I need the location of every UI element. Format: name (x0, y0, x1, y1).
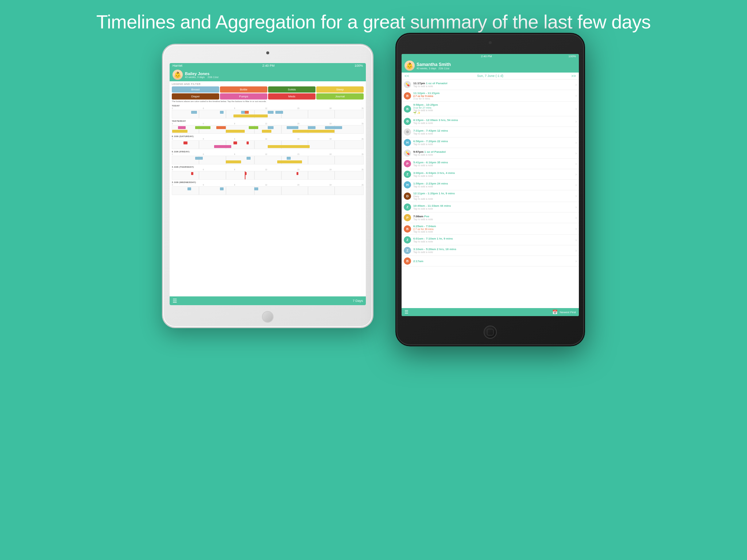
activity-content: 1:59pm - 2:23pm 24 mins Tap to add a not… (413, 182, 573, 188)
header-title: Timelines and Aggregation for a great su… (96, 11, 651, 32)
list-item[interactable]: B 9:58pm - 10:25pm 3 oz for 27 mins Tap … (402, 102, 579, 116)
left-baby-name: Bailey Jones (185, 71, 218, 76)
activity-note: 2.7 oz for 9 mins (413, 95, 573, 97)
day-label-yesterday: YESTERDAY (172, 120, 364, 122)
list-item[interactable]: B 11:12pm - 11:21pm 2.7 oz for 9 mins 3 … (402, 90, 579, 102)
chevron-right-icon: › (576, 141, 577, 145)
list-item[interactable]: Z 10:49am - 11:33am 44 mins Tap to add a… (402, 202, 579, 213)
right-ipad: 2:40 PM 100% 👶 Samantha Smith 40 weeks, … (395, 33, 585, 346)
right-avatar: 👶 (405, 61, 415, 71)
legend-solids[interactable]: Solids (268, 86, 316, 93)
activity-icon-diary: D (404, 192, 411, 200)
activity-icon-sleep4: Z (404, 203, 411, 211)
nav-next[interactable]: >> (571, 74, 576, 78)
chevron-right-icon: › (576, 172, 577, 176)
list-item[interactable]: P 5:41pm - 6:16pm 35 mins Tap to add a n… (402, 159, 579, 169)
left-avatar: 👶 (173, 70, 183, 80)
right-status-bar: 2:40 PM 100% (402, 54, 579, 59)
day-label-3jun: 3 JUN (WEDNESDAY) (172, 181, 364, 183)
activity-note: Tap to add a note (413, 122, 573, 124)
right-screen: 2:40 PM 100% 👶 Samantha Smith 40 weeks, … (402, 54, 579, 316)
list-item[interactable]: Z 3:10am - 5:28am 2 hrs, 18 mins Tap to … (402, 245, 579, 256)
nav-prev[interactable]: << (405, 74, 409, 78)
chevron-right-icon: › (576, 183, 577, 187)
left-baby-details: 40 weeks, 3 days 21lb 11oz (185, 76, 218, 78)
right-menu-icon[interactable]: ☰ (405, 310, 409, 315)
left-days-label: 7 Days (353, 299, 363, 303)
list-item[interactable]: B 6:25am - 7:04am 2.7 oz for 39 mins Tap… (402, 223, 579, 235)
left-home-button[interactable] (262, 311, 274, 323)
legend-diaper[interactable]: Diaper (172, 93, 219, 100)
list-item[interactable]: Z 3:00pm - 6:04pm 3 hrs, 4 mins Tap to a… (402, 169, 579, 180)
list-item[interactable]: 💊 11:17pm 1 oz of Panadol Tap to add a n… (402, 79, 579, 90)
time-markers-yesterday: 36912151821 (172, 122, 364, 125)
activity-content: 7:31pm - 7:43pm 12 mins Tap to add a not… (413, 129, 573, 135)
chevron-right-icon: › (576, 162, 577, 166)
activity-time: 3:00pm - 6:04pm 3 hrs, 4 mins (413, 171, 573, 175)
chevron-right-icon: › (576, 216, 577, 220)
legend-journal[interactable]: Journal (316, 93, 364, 100)
time-markers-6jun: 36912151821 (172, 138, 364, 140)
right-avatar-image: 👶 (405, 61, 415, 71)
chevron-right-icon: › (576, 94, 577, 98)
chevron-right-icon: › (576, 120, 577, 124)
list-item[interactable]: B 2:17am › (402, 256, 579, 267)
chevron-right-icon: › (576, 259, 577, 263)
timeline-bars-4jun (172, 171, 364, 180)
activity-time: 6:01am - 7:10am 1 hr, 9 mins (413, 237, 573, 240)
time-markers-today: 36912151821 (172, 107, 364, 109)
right-home-btn-inner (487, 329, 494, 335)
activity-icon-meds: 💊 (404, 81, 411, 88)
legend-pumps[interactable]: Pumps (220, 93, 267, 100)
activity-time: 8:15pm - 12:09am 3 hrs, 54 mins (413, 118, 573, 122)
activity-time: 3:10am - 5:28am 2 hrs, 18 mins (413, 248, 573, 251)
activity-time: 5:41pm - 6:16pm 35 mins (413, 161, 573, 164)
activity-time: 11:12pm - 11:21pm (413, 92, 573, 95)
timeline-yesterday: YESTERDAY 36912151821 (172, 120, 364, 134)
chevron-right-icon: › (576, 194, 577, 198)
activity-icon-bottle: B (404, 92, 411, 100)
day-label-6jun: 6 JUN (SATURDAY) (172, 135, 364, 137)
left-menu-icon[interactable]: ☰ (173, 298, 177, 304)
left-status-bar: Harriet 2:40 PM 100% (170, 63, 366, 68)
chevron-right-icon: › (576, 130, 577, 134)
activity-icon-pee: P (404, 214, 411, 221)
activity-icon-sleep6: Z (404, 247, 411, 254)
right-camera (489, 41, 492, 44)
left-carrier: Harriet (173, 64, 182, 67)
right-calendar-icon[interactable]: 📅 (552, 310, 558, 315)
activity-note: Tap to add a note (413, 251, 573, 253)
right-baby-details: 40 weeks, 3 days 21lb 11oz (417, 67, 576, 70)
chevron-right-icon: › (576, 83, 577, 87)
legend-title: LEGEND AND FILTER (172, 83, 364, 85)
list-item[interactable]: ⚙ 8:15pm - 12:09am 3 hrs, 54 mins Tap to… (402, 116, 579, 127)
list-item[interactable]: P 7:08am Pee Tap to add a note › (402, 213, 579, 223)
activity-content: 12:11pm - 1:20pm 1 hr, 9 mins Diary Tap … (413, 192, 573, 200)
legend-meds[interactable]: Meds (268, 93, 316, 100)
list-item[interactable]: ⚙ 7:31pm - 7:43pm 12 mins Tap to add a n… (402, 127, 579, 137)
activity-icon-sleep5: Z (404, 236, 411, 244)
activity-time: 5:57pm 1 oz of Panadol (413, 150, 573, 153)
list-item[interactable]: D 12:11pm - 1:20pm 1 hr, 9 mins Diary Ta… (402, 190, 579, 202)
activity-list: 💊 11:17pm 1 oz of Panadol Tap to add a n… (402, 79, 579, 308)
activity-note: 3 oz for 27 mins (413, 106, 573, 109)
list-item[interactable]: H 6:58pm - 7:20pm 22 mins Tap to add a n… (402, 137, 579, 148)
left-camera (266, 51, 269, 54)
day-label-today: TODAY (172, 105, 364, 107)
list-item[interactable]: H 1:59pm - 2:23pm 24 mins Tap to add a n… (402, 180, 579, 190)
legend-breast[interactable]: Breast (172, 86, 219, 93)
activity-content: 5:41pm - 6:16pm 35 mins Tap to add a not… (413, 161, 573, 167)
right-bottom-bar: ☰ 📅 Newest First (402, 308, 579, 316)
activity-note: Tap to add a note (413, 185, 573, 188)
day-label-4jun: 4 JUN (THURSDAY) (172, 166, 364, 168)
activity-icon-bottle3: B (404, 257, 411, 265)
list-item[interactable]: Z 6:01am - 7:10am 1 hr, 9 mins Tap to ad… (402, 235, 579, 245)
left-avatar-image: 👶 (173, 70, 183, 80)
left-battery: 100% (355, 64, 363, 67)
legend-bottle[interactable]: Bottle (220, 86, 267, 93)
list-item[interactable]: 💊 5:57pm 1 oz of Panadol Tap to add a no… (402, 148, 579, 159)
right-home-button[interactable] (484, 326, 497, 339)
legend-sleep[interactable]: Sleep (316, 86, 364, 93)
timeline-4jun: 4 JUN (THURSDAY) 36912151821 (172, 166, 364, 180)
activity-time: 6:58pm - 7:20pm 22 mins (413, 140, 573, 143)
